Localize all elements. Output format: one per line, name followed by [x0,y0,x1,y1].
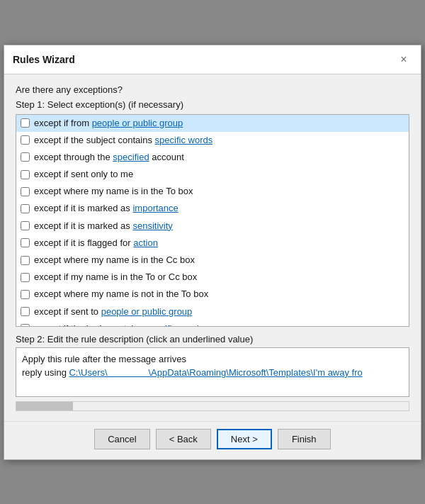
list-item[interactable]: except where my name is in the Cc box [16,252,409,269]
exception-checkbox[interactable] [21,118,30,128]
scrollbar-thumb [16,402,73,410]
cancel-button[interactable]: Cancel [94,429,149,449]
title-bar: Rules Wizard × [4,45,421,74]
list-item[interactable]: except if sent only to me [16,166,409,183]
exception-link[interactable]: action [133,237,158,248]
list-item[interactable]: except if the subject contains specific … [16,132,409,149]
exception-link[interactable]: importance [132,203,178,213]
exception-checkbox[interactable] [21,187,30,196]
dialog-title: Rules Wizard [13,54,75,65]
rules-wizard-dialog: Rules Wizard × Are there any exceptions?… [4,45,421,460]
exception-text: except if the subject contains specific … [34,134,212,147]
exception-text: except if sent to people or public group [34,306,192,318]
list-item[interactable]: except if my name is in the To or Cc box [16,269,409,286]
exception-link[interactable]: specific words [146,323,204,327]
horizontal-scrollbar[interactable] [16,401,409,411]
exception-checkbox[interactable] [21,307,30,316]
exception-checkbox[interactable] [21,324,30,326]
dialog-content: Are there any exceptions? Step 1: Select… [4,74,421,421]
finish-button[interactable]: Finish [278,429,331,449]
exception-checkbox[interactable] [21,221,30,230]
exception-link[interactable]: sensitivity [132,220,172,231]
exception-text: except if the body contains specific wor… [34,323,203,327]
exception-link[interactable]: specified [113,152,149,162]
exception-checkbox[interactable] [21,152,30,162]
exception-checkbox[interactable] [21,135,30,145]
exception-checkbox[interactable] [21,204,30,213]
exception-text: except if my name is in the To or Cc box [34,271,197,284]
exception-text: except if it is flagged for action [34,237,158,250]
list-item[interactable]: except if from people or public group [16,115,409,132]
exception-checkbox[interactable] [21,170,30,179]
exception-checkbox[interactable] [21,256,30,265]
exception-text: except if it is marked as importance [34,202,178,215]
dialog-footer: Cancel < Back Next > Finish [4,421,421,459]
list-item[interactable]: except if the body contains specific wor… [16,320,409,327]
list-item[interactable]: except if sent to people or public group [16,303,409,320]
next-button[interactable]: Next > [217,429,272,449]
list-item[interactable]: except if it is marked as sensitivity [16,218,409,235]
exception-text: except where my name is not in the To bo… [34,288,208,301]
list-item[interactable]: except through the specified account [16,149,409,166]
exception-text: except where my name is in the To box [34,185,193,198]
template-path-link[interactable]: C:\Users\ \AppData\Roaming\Microsoft\Tem… [69,367,362,378]
exception-text: except if it is marked as sensitivity [34,220,173,233]
rule-description-box: Apply this rule after the message arrive… [16,347,409,397]
step1-label: Step 1: Select exception(s) (if necessar… [16,99,409,110]
question-text: Are there any exceptions? [16,84,409,95]
list-item[interactable]: except if it is flagged for action [16,235,409,252]
close-button[interactable]: × [395,51,412,68]
exception-link[interactable]: specific words [155,135,213,145]
exception-text: except if sent only to me [34,168,133,181]
list-item[interactable]: except where my name is in the To box [16,183,409,200]
exception-checkbox[interactable] [21,238,30,247]
exception-text: except where my name is in the Cc box [34,254,195,267]
exception-text: except through the specified account [34,151,184,164]
exception-link[interactable]: people or public group [92,118,183,128]
list-item[interactable]: except where my name is not in the To bo… [16,286,409,303]
step2-label: Step 2: Edit the rule description (click… [16,334,409,345]
exception-text: except if from people or public group [34,117,183,130]
back-button[interactable]: < Back [156,429,211,449]
exception-checkbox[interactable] [21,290,30,299]
list-item[interactable]: except if it is marked as importance [16,200,409,217]
exception-link[interactable]: people or public group [101,306,193,317]
exception-checkbox[interactable] [21,273,30,282]
desc-line1: Apply this rule after the message arrive… [22,352,403,366]
desc-line2: reply using C:\Users\ \AppData\Roaming\M… [22,366,403,380]
exceptions-list[interactable]: except if from people or public groupexc… [16,114,409,327]
